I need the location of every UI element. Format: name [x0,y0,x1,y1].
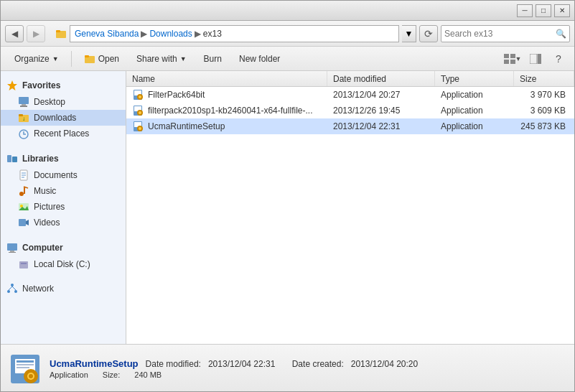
svg-point-45 [139,95,141,98]
computer-icon [6,242,18,253]
table-row[interactable]: filterpack2010sp1-kb2460041-x64-fullfile… [126,103,574,118]
svg-rect-1 [56,30,60,32]
file-list: Name Date modified Type Size FilterPack6… [126,71,574,344]
share-with-button[interactable]: Share with ▼ [128,50,195,68]
svg-rect-56 [17,360,34,363]
breadcrumb-user[interactable]: Geneva Sibanda [75,29,139,39]
status-bar: UcmaRuntimeSetup Date modified: 2013/12/… [1,344,574,392]
views-icon [504,54,515,64]
svg-marker-10 [7,80,17,90]
sidebar-item-desktop[interactable]: Desktop [1,94,126,110]
sidebar-item-network[interactable]: Network [1,281,126,297]
open-button[interactable]: Open [76,50,127,68]
search-icon[interactable]: 🔍 [556,29,566,39]
svg-rect-58 [17,367,29,368]
status-details: UcmaRuntimeSetup Date modified: 2013/12/… [50,358,418,379]
sidebar-item-local-disk[interactable]: Local Disk (C:) [1,256,126,272]
downloads-folder-icon: ↓ [18,112,29,123]
file-cell-type: Application [435,90,514,100]
svg-point-24 [19,192,24,196]
desktop-icon [18,96,29,108]
svg-rect-8 [530,54,537,64]
svg-point-53 [139,127,141,130]
forward-button[interactable]: ▶ [27,25,45,42]
views-button[interactable]: ▼ [502,50,523,68]
refresh-button[interactable]: ⟳ [419,25,438,42]
back-button[interactable]: ◀ [5,25,24,42]
network-icon [6,283,18,294]
col-header-type[interactable]: Type [435,71,514,86]
status-app-icon [9,353,41,385]
toolbar: Organize ▼ Open Share with ▼ Burn New fo… [1,47,574,71]
svg-point-61 [29,374,33,378]
svg-rect-7 [510,60,515,64]
maximize-button[interactable]: □ [536,4,551,17]
status-date-created-label: Date created: [292,359,344,369]
sidebar-section-network: Network [1,281,126,297]
sidebar-item-recent-places[interactable]: Recent Places [1,126,126,141]
burn-button[interactable]: Burn [196,50,230,68]
sidebar-item-pictures[interactable]: Pictures [1,199,126,215]
file-cell-name: filterpack2010sp1-kb2460041-x64-fullfile… [126,105,327,116]
svg-rect-33 [10,251,14,252]
svg-rect-9 [538,54,541,64]
file-cell-size: 3 609 KB [514,106,574,116]
svg-rect-34 [9,252,16,253]
address-dropdown[interactable]: ▼ [402,25,416,42]
music-icon [18,185,29,197]
svg-point-38 [7,290,10,293]
sidebar-item-downloads[interactable]: ↓ Downloads [1,110,126,126]
file-cell-date: 2013/12/04 20:27 [327,90,435,100]
address-bar: ◀ ▶ Geneva Sibanda ▶ Downloads ▶ ex13 ▼ … [1,21,574,47]
preview-icon [530,54,541,64]
sidebar-item-music[interactable]: Music [1,183,126,199]
libraries-icon [6,153,18,164]
status-file-icon [9,353,41,385]
search-input[interactable] [444,29,556,39]
minimize-button[interactable]: ─ [517,4,533,17]
sidebar-item-documents[interactable]: Documents [1,167,126,183]
svg-rect-4 [504,54,509,58]
disk-icon [18,258,29,270]
file-app-icon [132,89,144,101]
title-bar: ─ □ ✕ [1,1,574,21]
close-button[interactable]: ✕ [554,4,570,17]
file-cell-name: FilterPack64bit [126,89,327,101]
file-cell-type: Application [435,121,514,131]
preview-pane-button[interactable] [525,50,546,68]
svg-line-40 [9,286,12,290]
toolbar-sep-1 [71,51,72,67]
breadcrumb-downloads[interactable]: Downloads [149,29,192,39]
sidebar-section-favorites: Favorites Desktop ↓ Downloads [1,77,126,141]
svg-point-49 [139,111,141,114]
file-cell-date: 2013/12/26 19:45 [327,106,435,116]
table-row[interactable]: UcmaRuntimeSetup2013/12/04 22:31Applicat… [126,118,574,134]
table-row[interactable]: FilterPack64bit2013/12/04 20:27Applicati… [126,87,574,103]
file-cell-size: 3 970 KB [514,90,574,100]
col-header-size[interactable]: Size [514,71,574,86]
file-name-text: FilterPack64bit [148,90,205,100]
pictures-icon [18,201,29,213]
svg-text:↓: ↓ [22,116,25,122]
svg-marker-31 [26,220,29,225]
col-header-date[interactable]: Date modified [327,71,435,86]
svg-rect-5 [510,54,515,58]
svg-rect-13 [20,106,27,107]
sidebar-section-computer: Computer Local Disk (C:) [1,239,126,272]
sidebar-item-videos[interactable]: Videos [1,215,126,230]
svg-rect-35 [19,261,28,269]
file-app-icon [132,121,144,132]
breadcrumb-sep-2: ▶ [195,29,201,39]
svg-point-39 [14,290,17,293]
help-button[interactable]: ? [548,50,569,68]
svg-rect-30 [19,219,26,226]
recent-icon [18,128,29,139]
folder-icon [55,28,67,39]
new-folder-button[interactable]: New folder [231,50,288,68]
sidebar-libraries-header: Libraries [1,150,126,167]
file-cell-name: UcmaRuntimeSetup [126,121,327,132]
col-header-name[interactable]: Name [126,71,327,86]
organize-button[interactable]: Organize ▼ [6,50,67,68]
file-cell-type: Application [435,106,514,116]
file-cell-date: 2013/12/04 22:31 [327,121,435,131]
